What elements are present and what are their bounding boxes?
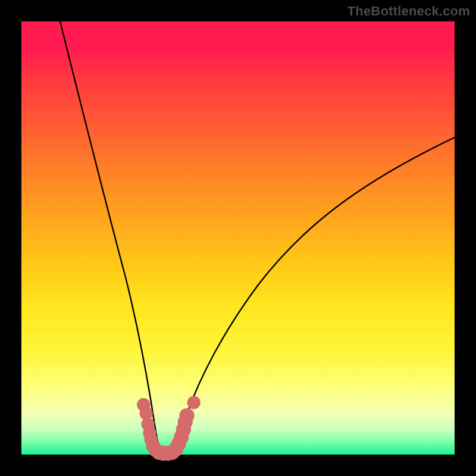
curve-layer — [21, 21, 455, 455]
plot-area — [21, 21, 455, 455]
chart-frame: TheBottleneck.com — [0, 0, 476, 476]
left-curve — [60, 21, 161, 455]
marker-cluster — [137, 396, 201, 461]
marker-dot — [187, 396, 201, 409]
watermark-text: TheBottleneck.com — [347, 4, 470, 19]
right-curve — [175, 137, 455, 455]
marker-dot — [180, 408, 195, 423]
